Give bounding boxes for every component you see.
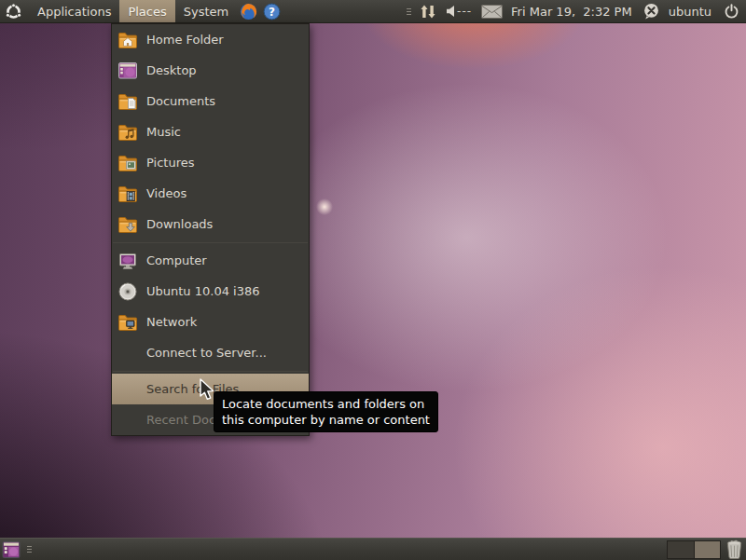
- panel-grip-handle[interactable]: [27, 546, 32, 553]
- folder-documents-icon: [117, 90, 139, 113]
- places-menu-item-desktop[interactable]: Desktop: [112, 55, 309, 86]
- menu-item-label: Downloads: [146, 217, 213, 231]
- folder-music-icon: [117, 121, 139, 143]
- menu-item-label: Home Folder: [146, 33, 224, 47]
- menu-item-label: Connect to Server...: [146, 346, 267, 360]
- volume-level-label: ---: [457, 5, 472, 18]
- svg-text:?: ?: [269, 5, 275, 18]
- menu-item-label: Documents: [146, 94, 215, 108]
- places-menu-item-downloads[interactable]: Downloads: [112, 209, 309, 239]
- places-menu-item-computer[interactable]: Computer: [112, 245, 309, 276]
- menu-item-label: Desktop: [146, 63, 197, 77]
- places-menu-item-videos[interactable]: Videos: [112, 178, 309, 209]
- help-launcher-icon[interactable]: ?: [260, 0, 283, 22]
- menu-item-label: Computer: [146, 253, 207, 267]
- bottom-panel-left: [0, 539, 35, 560]
- places-menu-item-music[interactable]: Music: [112, 116, 309, 147]
- no-icon: [117, 342, 139, 364]
- trash-icon[interactable]: [723, 539, 746, 560]
- places-menu-item-network[interactable]: Network: [112, 307, 309, 337]
- menu-applications[interactable]: Applications: [29, 0, 119, 22]
- places-menu-item-home-folder[interactable]: Home Folder: [112, 24, 309, 55]
- show-desktop-button[interactable]: [0, 539, 23, 560]
- folder-videos-icon: [117, 183, 139, 205]
- menu-item-label: Videos: [146, 186, 186, 200]
- desktop-icon: [117, 60, 139, 82]
- workspace-switcher: [667, 540, 721, 559]
- folder-downloads-icon: [117, 213, 139, 236]
- places-menu-item-pictures[interactable]: Pictures: [112, 147, 309, 178]
- desktop: Applications Places System ?: [0, 0, 746, 560]
- power-icon[interactable]: [724, 4, 739, 20]
- places-menu: Home FolderDesktopDocumentsMusicPictures…: [111, 23, 310, 436]
- places-menu-item-ubuntu-10-04-i386[interactable]: Ubuntu 10.04 i386: [112, 276, 309, 307]
- workspace-1[interactable]: [668, 541, 694, 558]
- computer-icon: [117, 250, 139, 272]
- menu-item-label: Ubuntu 10.04 i386: [146, 284, 260, 298]
- tooltip: Locate documents and folders on this com…: [214, 391, 438, 432]
- menu-places[interactable]: Places: [119, 0, 174, 22]
- volume-indicator-icon[interactable]: ---: [446, 5, 472, 18]
- no-icon: [117, 378, 139, 401]
- clock-label[interactable]: Fri Mar 19, 2:32 PM: [511, 5, 632, 19]
- tooltip-line-1: Locate documents and folders on: [222, 396, 430, 412]
- folder-network-icon: [117, 311, 139, 334]
- no-icon: [117, 409, 139, 431]
- top-panel: Applications Places System ?: [0, 0, 746, 23]
- menu-item-label: Music: [146, 125, 181, 139]
- top-panel-right: --- Fri Mar 19, 2:32 PM ubuntu: [403, 0, 746, 22]
- tooltip-line-2: this computer by name or content: [222, 412, 430, 428]
- bottom-panel: [0, 538, 746, 560]
- folder-home-icon: [117, 29, 139, 51]
- cdrom-icon: [117, 280, 139, 303]
- workspace-2[interactable]: [694, 541, 720, 558]
- places-menu-item-connect-to-server[interactable]: Connect to Server...: [112, 337, 309, 368]
- folder-pictures-icon: [117, 152, 139, 174]
- panel-grip-handle[interactable]: [407, 8, 411, 15]
- menu-system[interactable]: System: [175, 0, 237, 22]
- me-menu-status-icon[interactable]: [642, 3, 660, 20]
- bottom-panel-right: [667, 539, 746, 560]
- mail-indicator-icon[interactable]: [481, 5, 503, 19]
- network-indicator-icon[interactable]: [420, 5, 436, 19]
- menu-item-label: Pictures: [146, 156, 194, 170]
- menu-item-label: Network: [146, 315, 197, 329]
- firefox-launcher-icon[interactable]: [237, 0, 260, 22]
- mouse-cursor: [198, 378, 218, 406]
- places-menu-item-documents[interactable]: Documents: [112, 86, 309, 116]
- user-menu-label[interactable]: ubuntu: [669, 5, 711, 19]
- top-panel-left: Applications Places System ?: [0, 0, 283, 22]
- ubuntu-logo-icon[interactable]: [0, 0, 29, 22]
